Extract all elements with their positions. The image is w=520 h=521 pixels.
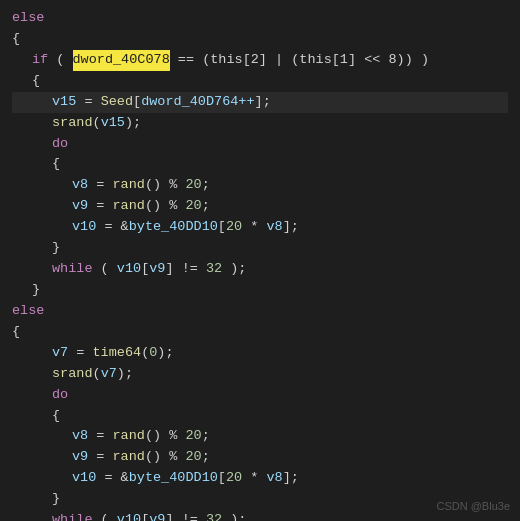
code-line: v8 = rand() % 20; [12,175,508,196]
code-line: else [12,8,508,29]
watermark: CSDN @Blu3e [436,498,510,515]
code-line: v9 = rand() % 20; [12,447,508,468]
code-line: do [12,385,508,406]
code-line: } [12,280,508,301]
code-line: while ( v10[v9] != 32 ); [12,510,508,521]
code-line: { [12,322,508,343]
code-line: if ( dword_40C078 == (this[2] | (this[1]… [12,50,508,71]
code-line: do [12,134,508,155]
code-line: v8 = rand() % 20; [12,426,508,447]
code-line: } [12,489,508,510]
code-line: v7 = time64(0); [12,343,508,364]
code-line: v10 = &byte_40DD10[20 * v8]; [12,468,508,489]
code-line: v10 = &byte_40DD10[20 * v8]; [12,217,508,238]
code-line: v9 = rand() % 20; [12,196,508,217]
code-line: } [12,238,508,259]
code-container: else{if ( dword_40C078 == (this[2] | (th… [0,0,520,521]
code-line: while ( v10[v9] != 32 ); [12,259,508,280]
code-line: { [12,154,508,175]
code-line: else [12,301,508,322]
code-line: srand(v15); [12,113,508,134]
code-line: v15 = Seed[dword_40D764++]; [12,92,508,113]
code-line: { [12,29,508,50]
code-line: { [12,71,508,92]
code-line: { [12,406,508,427]
code-line: srand(v7); [12,364,508,385]
